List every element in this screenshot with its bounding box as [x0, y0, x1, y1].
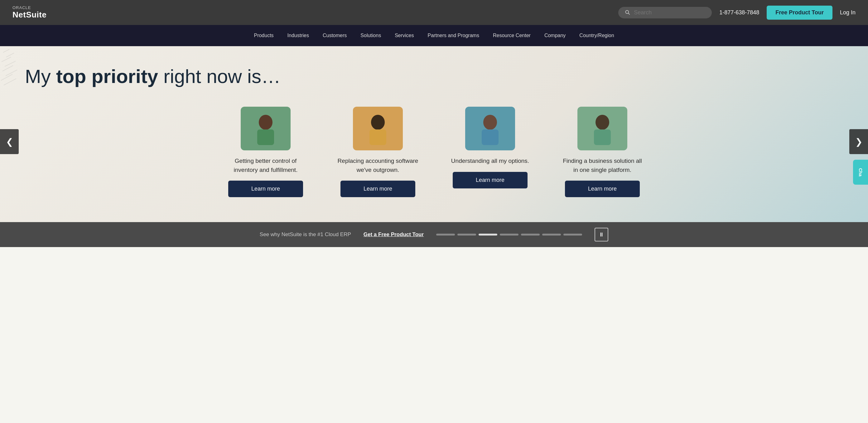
card-3: Understanding all my options.Learn more	[440, 107, 540, 188]
chat-widget[interactable]: Cha	[853, 160, 868, 185]
svg-point-0	[625, 10, 628, 13]
hero-title: My top priority right now is…	[25, 65, 843, 88]
logo-area: ORACLE NetSuite	[12, 5, 46, 20]
svg-line-3	[6, 53, 14, 57]
search-icon	[624, 9, 631, 16]
card-text-4: Finding a business solution all in one s…	[562, 157, 643, 174]
svg-line-9	[4, 79, 16, 85]
nav-item-partners[interactable]: Partners and Programs	[427, 30, 480, 41]
progress-dots	[436, 234, 582, 236]
card-text-1: Getting better control of inventory and …	[225, 157, 306, 174]
card-learn-more-button-3[interactable]: Learn more	[453, 172, 528, 188]
svg-point-21	[484, 115, 496, 128]
login-button[interactable]: Log In	[840, 9, 856, 16]
carousel-prev-button[interactable]: ❮	[0, 129, 19, 154]
svg-rect-24	[594, 129, 611, 145]
svg-line-2	[3, 49, 9, 52]
nav-item-company[interactable]: Company	[543, 30, 567, 41]
progress-dot-2	[457, 234, 476, 236]
svg-line-1	[628, 13, 630, 14]
netsuite-label: NetSuite	[12, 10, 46, 20]
svg-point-25	[596, 115, 609, 128]
card-4: Finding a business solution all in one s…	[553, 107, 652, 197]
card-text-3: Understanding all my options.	[451, 157, 529, 165]
card-2: Replacing accounting software we've outg…	[328, 107, 428, 197]
card-image-1	[241, 107, 290, 150]
progress-dot-1	[436, 234, 455, 236]
card-image-4	[578, 107, 627, 150]
nav-item-services[interactable]: Services	[394, 30, 415, 41]
nav-bar: ProductsIndustriesCustomersSolutionsServ…	[0, 25, 868, 46]
svg-point-17	[372, 115, 384, 128]
top-bar-right: 1-877-638-7848 Free Product Tour Log In	[618, 6, 856, 20]
nav-item-customers[interactable]: Customers	[321, 30, 348, 41]
progress-dot-3	[478, 234, 497, 236]
card-learn-more-button-4[interactable]: Learn more	[565, 181, 640, 197]
svg-rect-20	[482, 129, 499, 145]
svg-line-5	[5, 61, 16, 66]
svg-rect-12	[257, 129, 274, 145]
progress-dot-6	[542, 234, 561, 236]
cards-row: Getting better control of inventory and …	[25, 107, 843, 197]
card-learn-more-button-1[interactable]: Learn more	[228, 181, 303, 197]
svg-rect-16	[369, 129, 386, 145]
get-free-tour-link[interactable]: Get a Free Product Tour	[364, 232, 424, 238]
top-bar: ORACLE NetSuite 1-877-638-7848 Free Prod…	[0, 0, 868, 25]
nav-item-country[interactable]: Country/Region	[578, 30, 615, 41]
bottom-bar-text: See why NetSuite is the #1 Cloud ERP	[260, 232, 351, 238]
decorative-lines	[0, 46, 37, 102]
carousel-next-button[interactable]: ❯	[849, 129, 868, 154]
nav-item-industries[interactable]: Industries	[286, 30, 310, 41]
progress-dot-7	[563, 234, 582, 236]
nav-item-resource[interactable]: Resource Center	[492, 30, 532, 41]
svg-line-4	[2, 57, 11, 62]
nav-item-products[interactable]: Products	[252, 30, 275, 41]
search-bar[interactable]	[618, 7, 712, 19]
card-learn-more-button-2[interactable]: Learn more	[340, 181, 415, 197]
progress-dot-5	[521, 234, 540, 236]
nav-item-solutions[interactable]: Solutions	[359, 30, 382, 41]
card-1: Getting better control of inventory and …	[216, 107, 315, 197]
svg-point-13	[259, 115, 272, 128]
card-image-2	[353, 107, 403, 150]
progress-dot-4	[500, 234, 519, 236]
card-image-3	[465, 107, 515, 150]
svg-line-6	[2, 65, 13, 71]
pause-button[interactable]: ⏸	[595, 228, 608, 241]
free-product-tour-button[interactable]: Free Product Tour	[767, 6, 833, 20]
oracle-label: ORACLE	[12, 5, 46, 10]
phone-number: 1-877-638-7848	[719, 9, 759, 16]
hero-section: My top priority right now is… Getting be…	[0, 46, 868, 222]
bottom-bar: See why NetSuite is the #1 Cloud ERP Get…	[0, 222, 868, 247]
card-text-2: Replacing accounting software we've outg…	[337, 157, 418, 174]
search-input[interactable]	[634, 9, 696, 16]
